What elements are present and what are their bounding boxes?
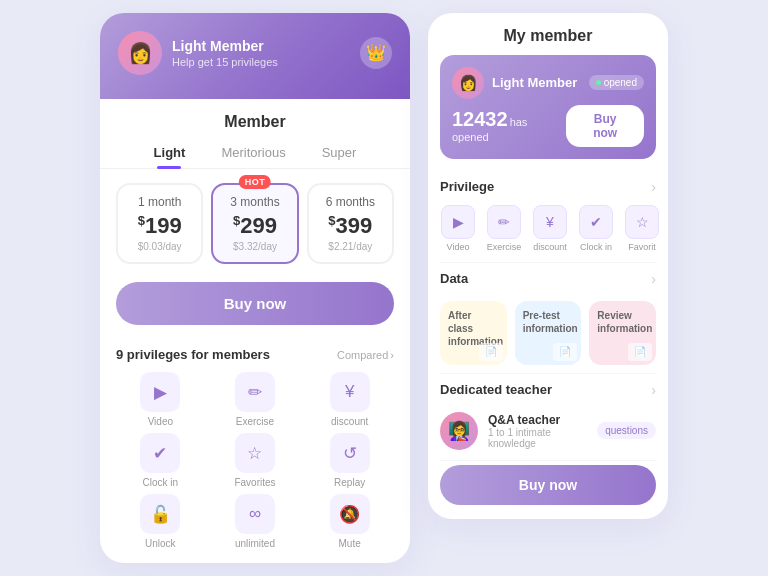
teacher-section-header: Dedicated teacher › bbox=[428, 374, 668, 404]
data-cards: After class information 📄 Pre-test infor… bbox=[428, 293, 668, 373]
right-buy-button[interactable]: Buy now bbox=[440, 465, 656, 505]
perday-2: $3.32/day bbox=[219, 241, 290, 252]
clockin-label: Clock in bbox=[143, 477, 179, 488]
member-subtitle: Help get 15 privileges bbox=[172, 56, 278, 68]
priv-video: ▶ Video bbox=[116, 372, 205, 427]
priv-exercise: ✏ Exercise bbox=[211, 372, 300, 427]
video-label: Video bbox=[148, 416, 173, 427]
banner-buy-button[interactable]: Buy now bbox=[566, 105, 644, 147]
unlock-icon: 🔓 bbox=[140, 494, 180, 534]
price-option-1month[interactable]: 1 month $199 $0.03/day bbox=[116, 183, 203, 264]
opened-badge: opened bbox=[589, 75, 644, 90]
priv-clockin: ✔ Clock in bbox=[116, 433, 205, 488]
right-discount-label: discount bbox=[533, 242, 567, 252]
right-fav-label: Favorit bbox=[628, 242, 656, 252]
data-card-pretest-title: Pre-test information bbox=[523, 309, 574, 335]
right-video-label: Video bbox=[447, 242, 470, 252]
duration-1: 1 month bbox=[124, 195, 195, 209]
data-card-after[interactable]: After class information 📄 bbox=[440, 301, 507, 365]
opened-dot bbox=[596, 80, 601, 85]
tab-super[interactable]: Super bbox=[304, 137, 375, 168]
data-card-after-title: After class information bbox=[448, 309, 499, 348]
hot-badge: HOT bbox=[239, 175, 272, 189]
right-priv-video: ▶ Video bbox=[440, 205, 476, 252]
tab-light[interactable]: Light bbox=[136, 137, 204, 168]
tab-meritorious[interactable]: Meritorious bbox=[203, 137, 303, 168]
video-icon: ▶ bbox=[140, 372, 180, 412]
opened-count: 12432has opened bbox=[452, 108, 566, 143]
data-section-header: Data › bbox=[428, 263, 668, 293]
perday-1: $0.03/day bbox=[124, 241, 195, 252]
data-card-pretest[interactable]: Pre-test information 📄 bbox=[515, 301, 582, 365]
favorites-icon: ☆ bbox=[235, 433, 275, 473]
divider-3 bbox=[440, 460, 656, 461]
teacher-info: Q&A teacher 1 to 1 intimate knowledge bbox=[488, 413, 587, 449]
price-option-3months[interactable]: HOT 3 months $299 $3.32/day bbox=[211, 183, 298, 264]
right-discount-icon: ¥ bbox=[533, 205, 567, 239]
questions-badge[interactable]: questions bbox=[597, 422, 656, 439]
tabs: Light Meritorious Super bbox=[100, 137, 410, 169]
privilege-arrow-icon: › bbox=[651, 179, 656, 195]
header-text: Light Member Help get 15 privileges bbox=[172, 38, 278, 68]
replay-label: Replay bbox=[334, 477, 365, 488]
exercise-label: Exercise bbox=[236, 416, 274, 427]
priv-discount: ¥ discount bbox=[305, 372, 394, 427]
teacher-item: 👩‍🏫 Q&A teacher 1 to 1 intimate knowledg… bbox=[428, 404, 668, 460]
compared-link[interactable]: Compared › bbox=[337, 349, 394, 361]
right-member-name: Light Member bbox=[492, 75, 577, 90]
right-priv-clockin: ✔ Clock in bbox=[578, 205, 614, 252]
left-title: Member bbox=[100, 99, 410, 137]
exercise-icon: ✏ bbox=[235, 372, 275, 412]
teacher-section-title: Dedicated teacher bbox=[440, 382, 552, 397]
chevron-right-icon: › bbox=[390, 349, 394, 361]
discount-icon: ¥ bbox=[330, 372, 370, 412]
perday-3: $2.21/day bbox=[315, 241, 386, 252]
left-card: 👩 Light Member Help get 15 privileges 👑 … bbox=[100, 13, 410, 563]
member-banner-top: 👩 Light Member opened bbox=[452, 67, 644, 99]
duration-2: 3 months bbox=[219, 195, 290, 209]
favorites-label: Favorites bbox=[234, 477, 275, 488]
replay-icon: ↺ bbox=[330, 433, 370, 473]
priv-unlimited: ∞ unlimited bbox=[211, 494, 300, 549]
right-exercise-icon: ✏ bbox=[487, 205, 521, 239]
priv-favorites: ☆ Favorites bbox=[211, 433, 300, 488]
privileges-header: 9 privileges for members Compared › bbox=[100, 339, 410, 368]
data-arrow-icon: › bbox=[651, 271, 656, 287]
privilege-icons-row: ▶ Video ✏ Exercise ¥ discount ✔ Clock in… bbox=[428, 201, 668, 262]
amount-1: $199 bbox=[124, 213, 195, 239]
left-card-header: 👩 Light Member Help get 15 privileges 👑 bbox=[100, 13, 410, 99]
privileges-title: 9 privileges for members bbox=[116, 347, 270, 362]
pricing-options: 1 month $199 $0.03/day HOT 3 months $299… bbox=[100, 169, 410, 278]
right-card: My member 👩 Light Member opened 12432has… bbox=[428, 13, 668, 519]
buy-now-button[interactable]: Buy now bbox=[116, 282, 394, 325]
priv-unlock: 🔓 Unlock bbox=[116, 494, 205, 549]
teacher-avatar: 👩‍🏫 bbox=[440, 412, 478, 450]
member-name: Light Member bbox=[172, 38, 278, 54]
data-card-pretest-icon: 📄 bbox=[553, 343, 577, 361]
unlimited-label: unlimited bbox=[235, 538, 275, 549]
privilege-section-title: Privilege bbox=[440, 179, 494, 194]
right-clockin-label: Clock in bbox=[580, 242, 612, 252]
data-card-after-icon: 📄 bbox=[479, 343, 503, 361]
avatar: 👩 bbox=[118, 31, 162, 75]
teacher-name: Q&A teacher bbox=[488, 413, 587, 427]
right-fav-icon: ☆ bbox=[625, 205, 659, 239]
crown-icon: 👑 bbox=[360, 37, 392, 69]
right-avatar: 👩 bbox=[452, 67, 484, 99]
privileges-grid: ▶ Video ✏ Exercise ¥ discount ✔ Clock in… bbox=[100, 368, 410, 563]
data-card-review-icon: 📄 bbox=[628, 343, 652, 361]
price-option-6months[interactable]: 6 months $399 $2.21/day bbox=[307, 183, 394, 264]
clockin-icon: ✔ bbox=[140, 433, 180, 473]
unlock-label: Unlock bbox=[145, 538, 176, 549]
teacher-desc: 1 to 1 intimate knowledge bbox=[488, 427, 587, 449]
right-clockin-icon: ✔ bbox=[579, 205, 613, 239]
right-video-icon: ▶ bbox=[441, 205, 475, 239]
right-exercise-label: Exercise bbox=[487, 242, 522, 252]
mute-label: Mute bbox=[339, 538, 361, 549]
right-priv-exercise: ✏ Exercise bbox=[486, 205, 522, 252]
data-card-review[interactable]: Review information 📄 bbox=[589, 301, 656, 365]
priv-mute: 🔕 Mute bbox=[305, 494, 394, 549]
teacher-arrow-icon: › bbox=[651, 382, 656, 398]
privilege-section-header: Privilege › bbox=[428, 171, 668, 201]
data-card-review-title: Review information bbox=[597, 309, 648, 335]
